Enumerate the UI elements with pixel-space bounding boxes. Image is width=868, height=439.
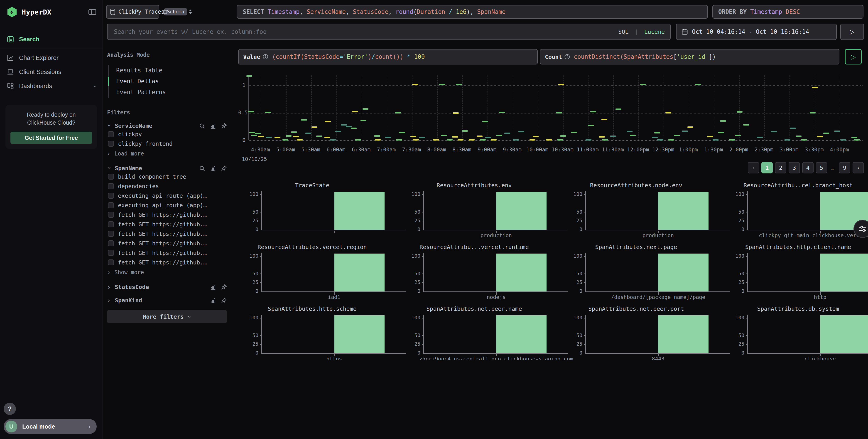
delta-data-point[interactable] [324,137,330,138]
facet-chart[interactable]: SpanAttributes.next.page10050250/dashboa… [562,241,724,303]
page-button-3[interactable]: 3 [788,162,800,173]
facet-bar[interactable] [658,192,709,230]
facet-chart[interactable]: ResourceAttributes.env10050250production [400,180,562,241]
delta-data-point[interactable] [396,139,402,141]
facet-chart[interactable]: ResourceAttribu...vercel.runtime10050250… [400,241,562,303]
delta-data-point[interactable] [590,111,596,112]
deltas-plot-area[interactable] [248,76,863,140]
delta-data-point[interactable] [311,126,317,128]
delta-data-point[interactable] [246,76,252,77]
delta-data-point[interactable] [248,111,254,112]
chart-icon[interactable] [210,123,216,129]
analysis-mode-option-event-deltas[interactable]: Event Deltas [109,76,227,87]
delta-data-point[interactable] [265,112,271,113]
show-more-link[interactable]: ›Show more [107,268,227,277]
facet-chart[interactable]: ResourceAttributes.vercel.region10050250… [238,241,400,303]
time-range-picker[interactable]: Oct 10 04:16:14 - Oct 10 16:16:14 [676,24,837,40]
delta-data-point[interactable] [477,136,483,137]
delta-data-point[interactable] [375,139,381,141]
delta-data-point[interactable] [419,137,425,138]
delta-data-point[interactable] [834,130,840,132]
more-filters-button[interactable]: More filters › [107,310,227,323]
sql-order-by-input[interactable]: ORDER BY Timestamp DESC [712,5,864,19]
delta-data-point[interactable] [757,137,763,138]
delta-data-point[interactable] [433,139,439,141]
delta-data-point[interactable] [713,139,718,141]
facet-bar[interactable] [820,315,868,353]
checkbox[interactable] [108,250,114,256]
delta-data-point[interactable] [801,139,807,141]
delta-data-point[interactable] [854,139,860,141]
delta-data-point[interactable] [665,112,671,114]
delta-data-point[interactable] [412,84,418,85]
checkbox[interactable] [108,174,114,180]
delta-data-point[interactable] [330,139,336,141]
filter-option[interactable]: executing api route (app)… [108,201,227,210]
delta-data-point[interactable] [325,121,331,122]
pin-icon[interactable] [221,284,227,290]
delta-data-point[interactable] [557,139,563,141]
checkbox[interactable] [108,131,114,137]
delta-data-point[interactable] [439,84,445,85]
delta-data-point[interactable] [718,132,724,133]
filter-option[interactable]: fetch GET https://github.… [108,248,227,257]
page-prev-button[interactable]: ‹ [748,162,759,173]
delta-data-point[interactable] [823,133,829,134]
filter-option[interactable]: fetch GET https://github.… [108,210,227,219]
checkbox[interactable] [108,183,114,189]
filter-group-header[interactable]: ›ServiceName [107,123,227,129]
delta-data-point[interactable] [682,130,688,132]
facet-bar[interactable] [496,315,547,353]
delta-data-point[interactable] [513,139,519,141]
analysis-mode-option-event-patterns[interactable]: Event Patterns [109,87,227,97]
delta-data-point[interactable] [462,130,468,131]
checkbox[interactable] [108,212,114,218]
page-next-button[interactable]: › [852,162,864,173]
sidebar-item-search[interactable]: Search [0,32,102,46]
delta-data-point[interactable] [491,139,497,141]
facet-chart[interactable]: SpanAttributes.net.peer.port100502508443 [562,303,724,360]
delta-data-point[interactable] [533,136,538,137]
facet-chart[interactable]: ResourceAttributes.node.env10050250produ… [562,180,724,241]
delta-data-point[interactable] [316,136,322,137]
delta-data-point[interactable] [674,135,680,136]
delta-data-point[interactable] [556,112,562,114]
delta-data-point[interactable] [499,112,505,113]
delta-data-point[interactable] [720,120,726,122]
apply-button[interactable]: ▷ [845,49,862,64]
delta-data-point[interactable] [560,135,566,137]
checkbox[interactable] [108,240,114,246]
delta-data-point[interactable] [480,139,486,141]
delta-data-point[interactable] [469,139,475,141]
delta-data-point[interactable] [599,136,605,138]
delta-data-point[interactable] [735,135,741,136]
analysis-mode-option-results-table[interactable]: Results Table [109,65,227,76]
delta-data-point[interactable] [335,131,341,132]
search-icon[interactable] [199,166,205,171]
delta-data-point[interactable] [458,139,464,141]
page-button-2[interactable]: 2 [775,162,786,173]
filter-option[interactable]: executing api route (app)… [108,191,227,200]
delta-data-point[interactable] [291,131,297,133]
load-more-link[interactable]: ›Load more [107,149,227,158]
facet-bar[interactable] [334,315,384,353]
sidebar-collapse-icon[interactable] [89,9,96,15]
facet-bar[interactable] [658,315,709,353]
delta-data-point[interactable] [601,119,607,120]
count-expression-input[interactable]: Count countDistinct(SpanAttributes['user… [540,49,839,64]
sql-mode-toggle[interactable]: SQL [618,29,628,35]
sql-select-input[interactable]: SELECT Timestamp, ServiceName, StatusCod… [237,5,708,19]
delta-data-point[interactable] [413,139,419,141]
delta-data-point[interactable] [707,136,713,137]
delta-data-point[interactable] [529,139,535,141]
facet-chart[interactable]: SpanAttributes.http.client.name10050250h… [724,241,868,303]
facet-chart[interactable]: SpanAttributes.http.scheme10050250https [238,303,400,360]
sidebar-item-client-sessions[interactable]: Client Sessions [0,65,102,79]
delta-data-point[interactable] [586,139,591,141]
delta-data-point[interactable] [616,109,621,110]
delta-data-point[interactable] [297,139,303,141]
delta-data-point[interactable] [361,120,366,121]
delta-data-point[interactable] [399,132,405,133]
sidebar-item-chart-explorer[interactable]: Chart Explorer [0,51,102,65]
filter-option[interactable]: build component tree [108,172,227,181]
